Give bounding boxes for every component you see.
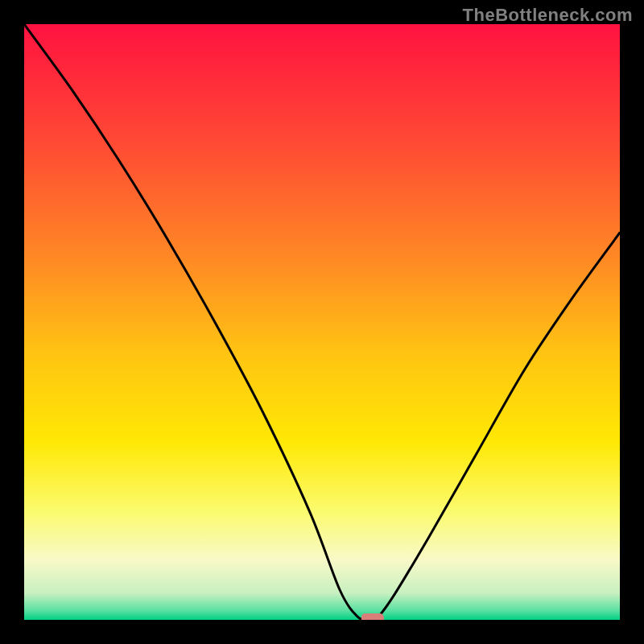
plot-area <box>24 24 620 620</box>
bottleneck-curve <box>24 24 620 620</box>
chart-container: TheBottleneck.com <box>0 0 644 644</box>
curve-layer <box>24 24 620 620</box>
watermark-text: TheBottleneck.com <box>463 5 633 26</box>
minimum-marker <box>361 613 384 620</box>
